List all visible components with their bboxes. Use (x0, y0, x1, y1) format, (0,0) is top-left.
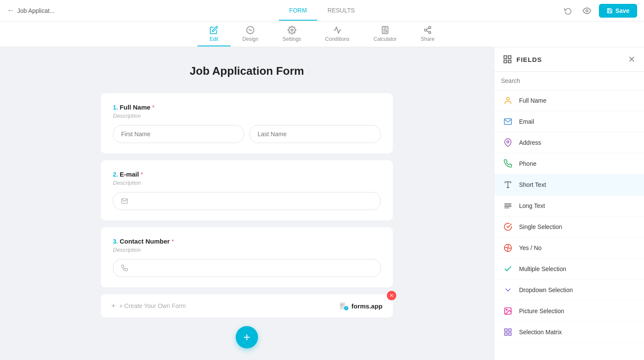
svg-line-18 (426, 28, 429, 29)
nav-settings[interactable]: Settings (270, 22, 313, 46)
panel-close-button[interactable]: ✕ (628, 54, 635, 64)
tab-form[interactable]: FORM (279, 1, 317, 21)
design-icon (246, 26, 255, 34)
svg-rect-26 (504, 60, 507, 63)
field-full-name: 1. Full Name * Description (101, 93, 393, 153)
dropdown-field-label: Dropdown Selection (519, 287, 573, 293)
field-option-short-text[interactable]: Short Text (494, 174, 644, 195)
add-field-button[interactable]: + (236, 326, 258, 348)
nav-conditions[interactable]: Conditions (313, 22, 361, 46)
fields-search-input[interactable] (501, 77, 637, 84)
svg-rect-21 (340, 305, 343, 306)
picture-selection-field-icon (503, 307, 513, 315)
nav-design-label: Design (243, 36, 258, 42)
email-input-wrapper (113, 192, 381, 210)
nav-calculator-label: Calculator (374, 36, 397, 42)
last-name-input[interactable] (249, 125, 381, 143)
svg-rect-40 (509, 329, 511, 332)
field-label-1: Full Name (120, 104, 151, 111)
svg-rect-39 (505, 329, 507, 332)
form-area: Job Application Form 1. Full Name * Desc… (0, 47, 494, 360)
field-required-3: * (171, 238, 173, 245)
svg-line-17 (426, 31, 429, 32)
secondary-nav: Edit Design Settings Conditions Calculat… (0, 21, 644, 47)
name-inputs (113, 125, 381, 143)
panel-search-area (494, 72, 644, 90)
field-option-yes-no[interactable]: Yes / No (494, 238, 644, 259)
svg-rect-25 (508, 56, 511, 58)
nav-design[interactable]: Design (231, 22, 270, 46)
field-option-long-text[interactable]: Long Text (494, 195, 644, 217)
field-option-multiple-selection[interactable]: Multiple Selection (494, 259, 644, 280)
address-field-label: Address (519, 139, 541, 146)
brand-name: forms.app (351, 302, 383, 310)
svg-point-0 (586, 9, 588, 12)
svg-rect-27 (508, 60, 511, 63)
close-banner-button[interactable]: ✕ (387, 291, 396, 300)
multiple-selection-field-label: Multiple Selection (519, 265, 566, 272)
field-email: 2. E-mail * Description (101, 160, 393, 220)
picture-selection-field-label: Picture Selection (519, 308, 564, 314)
field-option-picture-selection[interactable]: Picture Selection (494, 301, 644, 322)
field-option-dropdown[interactable]: Dropdown Selection (494, 280, 644, 301)
dropdown-field-icon (503, 286, 513, 294)
share-icon (423, 26, 432, 34)
form-title: Job Application Form (101, 64, 393, 78)
single-selection-field-label: Single Selection (519, 223, 562, 230)
multiple-selection-field-icon (503, 265, 513, 273)
full-name-field-label: Full Name (519, 97, 547, 104)
long-text-field-icon (503, 201, 513, 210)
field-option-full-name[interactable]: Full Name (494, 90, 644, 111)
nav-edit[interactable]: Edit (197, 22, 231, 46)
nav-share[interactable]: Share (409, 22, 447, 46)
fab-plus-icon: + (243, 330, 250, 344)
eye-icon (583, 6, 591, 15)
field-label-2: E-mail (120, 171, 139, 178)
create-banner: + + Create Your Own Form f forms.app ✕ (101, 294, 393, 317)
email-field-icon (503, 117, 513, 126)
nav-share-label: Share (421, 36, 434, 42)
field-option-email[interactable]: Email (494, 111, 644, 132)
field-option-address[interactable]: Address (494, 132, 644, 153)
field-option-phone[interactable]: Phone (494, 153, 644, 174)
full-name-field-icon (503, 96, 513, 105)
first-name-input[interactable] (113, 125, 244, 143)
nav-calculator[interactable]: Calculator (361, 22, 409, 46)
form-container: Job Application Form 1. Full Name * Desc… (101, 64, 393, 348)
save-label: Save (615, 7, 629, 14)
tab-results[interactable]: RESULTS (317, 1, 365, 21)
field-number-3: 3. (113, 238, 118, 245)
phone-field-label: Phone (519, 160, 536, 167)
field-number-2: 2. (113, 171, 118, 178)
settings-icon (288, 26, 296, 34)
preview-button[interactable] (580, 4, 594, 18)
history-button[interactable] (561, 4, 575, 18)
phone-input-icon (121, 265, 128, 272)
field-desc-3: Description (113, 247, 381, 253)
svg-rect-42 (509, 333, 511, 336)
svg-point-28 (507, 98, 510, 101)
field-option-selection-matrix[interactable]: Selection Matrix (494, 322, 644, 343)
field-option-single-selection[interactable]: Single Selection (494, 217, 644, 238)
brand-logo: f forms.app (339, 301, 383, 311)
panel-header: FIELDS ✕ (494, 47, 644, 72)
field-required-2: * (141, 171, 143, 178)
back-button[interactable]: ← Job Applicat... (0, 6, 61, 15)
create-plus-icon: + (111, 302, 116, 311)
create-banner-label[interactable]: + Create Your Own Form (119, 302, 186, 309)
svg-rect-20 (340, 304, 343, 305)
edit-icon (210, 26, 218, 34)
top-bar: ← Job Applicat... FORM RESULTS Save (0, 0, 644, 21)
yes-no-field-label: Yes / No (519, 244, 541, 251)
address-field-icon (503, 138, 513, 147)
panel-title: FIELDS (516, 56, 542, 63)
svg-rect-24 (504, 56, 507, 58)
panel-grid-icon (503, 55, 512, 64)
save-button[interactable]: Save (599, 4, 637, 18)
back-arrow-icon: ← (7, 6, 15, 15)
selection-matrix-field-icon (503, 328, 513, 336)
email-field-label: Email (519, 118, 534, 125)
save-icon (607, 8, 613, 14)
fields-list: Full Name Email Address Phone Short Text (494, 90, 644, 360)
svg-point-29 (507, 141, 509, 143)
